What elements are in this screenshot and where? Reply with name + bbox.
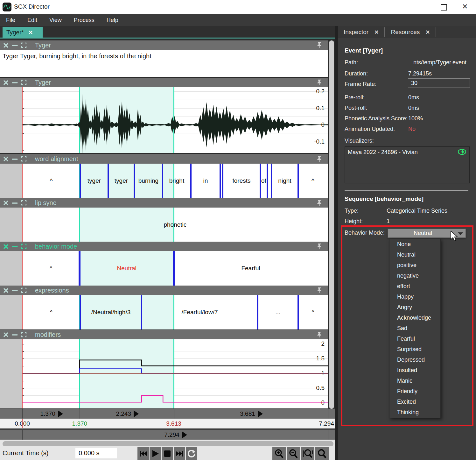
playhead-line[interactable] bbox=[22, 164, 23, 198]
dropdown-option-depressed[interactable]: Depressed bbox=[389, 355, 440, 365]
track-expand-icon[interactable] bbox=[21, 80, 27, 85]
dropdown-option-negative[interactable]: negative bbox=[389, 271, 440, 281]
horizontal-scrollbar[interactable] bbox=[3, 441, 333, 446]
track-close-icon[interactable] bbox=[3, 80, 9, 85]
visibility-eye-icon[interactable] bbox=[458, 149, 466, 156]
timeline-segment[interactable]: 7.294 bbox=[22, 430, 328, 440]
pin-icon[interactable] bbox=[317, 42, 322, 50]
dropdown-option-acknowledge[interactable]: Acknowledge bbox=[389, 313, 440, 323]
timeline-segment[interactable]: 1.370 bbox=[22, 409, 80, 419]
track-expand-icon[interactable] bbox=[21, 244, 27, 249]
dropdown-option-positive[interactable]: positive bbox=[389, 260, 440, 271]
dropdown-option-friendly[interactable]: Friendly bbox=[389, 386, 440, 397]
cell-boundary[interactable] bbox=[80, 164, 81, 198]
selection-region[interactable] bbox=[80, 208, 174, 242]
cell-boundary[interactable] bbox=[134, 164, 135, 198]
tab-inspector[interactable]: Inspector ✕ bbox=[338, 26, 384, 38]
track-collapse-icon[interactable] bbox=[12, 80, 18, 85]
selection-edge[interactable] bbox=[173, 295, 174, 329]
playhead-line[interactable] bbox=[22, 339, 23, 409]
play-button[interactable] bbox=[150, 447, 161, 460]
visualizer-list[interactable]: Maya 2022 - 24696 - Vivian bbox=[345, 146, 470, 183]
cell-boundary[interactable] bbox=[257, 295, 258, 329]
track-collapse-icon[interactable] bbox=[12, 244, 18, 249]
dropdown-option-sad[interactable]: Sad bbox=[389, 323, 440, 334]
track-expand-icon[interactable] bbox=[21, 42, 27, 48]
playhead-line[interactable] bbox=[22, 295, 23, 329]
menu-process[interactable]: Process bbox=[68, 14, 101, 26]
track-canvas-Tyger[interactable]: Tyger Tyger, burning bright, in the fore… bbox=[0, 50, 328, 77]
track-expand-icon[interactable] bbox=[21, 332, 27, 337]
menu-view[interactable]: View bbox=[43, 14, 68, 26]
track-collapse-icon[interactable] bbox=[12, 43, 18, 48]
track-canvas-word-alignment[interactable]: ^tygertygerburningbrightinforestsofnight… bbox=[0, 164, 328, 198]
track-close-icon[interactable] bbox=[3, 156, 9, 162]
zoom-selection-button[interactable] bbox=[301, 447, 314, 460]
track-collapse-icon[interactable] bbox=[12, 332, 18, 337]
playhead-line[interactable] bbox=[22, 208, 23, 242]
dropdown-option-fearful[interactable]: Fearful bbox=[389, 334, 440, 344]
dropdown-option-happy[interactable]: Happy bbox=[389, 292, 440, 302]
visualizer-item[interactable]: Maya 2022 - 24696 - Vivian bbox=[348, 149, 418, 156]
dropdown-option-excited[interactable]: Excited bbox=[389, 397, 440, 407]
dropdown-option-effort[interactable]: effort bbox=[389, 281, 440, 292]
playhead-tick[interactable] bbox=[22, 419, 23, 428]
close-icon[interactable]: ✕ bbox=[462, 3, 468, 11]
playhead-line[interactable] bbox=[22, 251, 23, 286]
tab-inspector-close-icon[interactable]: ✕ bbox=[374, 29, 379, 36]
skip-end-button[interactable] bbox=[174, 447, 185, 460]
cell-boundary[interactable] bbox=[267, 164, 268, 198]
segment-play-icon[interactable] bbox=[58, 410, 63, 417]
loop-button[interactable] bbox=[186, 447, 197, 460]
frame-rate-input[interactable]: 30 bbox=[408, 78, 470, 88]
vertical-scrollbar[interactable] bbox=[329, 40, 334, 409]
cell-boundary[interactable] bbox=[260, 164, 261, 198]
selection-edge[interactable] bbox=[79, 208, 80, 242]
pin-icon[interactable] bbox=[317, 287, 322, 295]
tab-tyger[interactable]: Tyger* ✕ bbox=[3, 27, 43, 38]
track-canvas-Tyger[interactable]: 0.20.10-0.1 bbox=[0, 87, 328, 153]
timeline-segment[interactable]: 2.243 bbox=[80, 409, 174, 419]
menu-file[interactable]: File bbox=[0, 14, 21, 26]
segment-play-icon[interactable] bbox=[182, 431, 187, 438]
pin-icon[interactable] bbox=[317, 79, 322, 87]
dropdown-option-surprised[interactable]: Surprised bbox=[389, 344, 440, 355]
tab-resources-close-icon[interactable]: ✕ bbox=[425, 29, 430, 36]
zoom-fit-button[interactable] bbox=[315, 447, 329, 460]
cell-boundary[interactable] bbox=[220, 164, 221, 198]
track-close-icon[interactable] bbox=[3, 244, 9, 249]
skip-start-button[interactable] bbox=[137, 447, 149, 460]
timeline-segment[interactable]: 3.681 bbox=[174, 409, 328, 419]
cell-boundary[interactable] bbox=[173, 251, 175, 286]
tab-resources[interactable]: Resources ✕ bbox=[385, 26, 436, 38]
track-expand-icon[interactable] bbox=[21, 287, 27, 293]
dropdown-option-manic[interactable]: Manic bbox=[389, 376, 440, 386]
pin-icon[interactable] bbox=[317, 200, 322, 207]
track-close-icon[interactable] bbox=[3, 43, 9, 48]
minimize-icon[interactable] bbox=[417, 7, 423, 7]
menu-help[interactable]: Help bbox=[101, 14, 124, 26]
tab-close-icon[interactable]: ✕ bbox=[28, 29, 33, 36]
track-close-icon[interactable] bbox=[3, 288, 9, 293]
track-collapse-icon[interactable] bbox=[12, 288, 18, 293]
zoom-out-button[interactable] bbox=[287, 447, 300, 460]
cell-boundary[interactable] bbox=[271, 164, 272, 198]
stop-button[interactable] bbox=[162, 447, 173, 460]
cell-boundary[interactable] bbox=[190, 164, 192, 198]
cell-boundary[interactable] bbox=[298, 295, 299, 329]
maximize-icon[interactable] bbox=[441, 4, 447, 11]
pin-icon[interactable] bbox=[317, 243, 322, 251]
dropdown-option-angry[interactable]: Angry bbox=[389, 302, 440, 313]
track-canvas-expressions[interactable]: ^/Neutral/high/3/Fearful/low/7...^ bbox=[0, 295, 328, 329]
pin-icon[interactable] bbox=[317, 331, 322, 339]
track-close-icon[interactable] bbox=[3, 200, 9, 206]
pin-icon[interactable] bbox=[317, 156, 322, 163]
cell-boundary[interactable] bbox=[108, 164, 109, 198]
segment-play-icon[interactable] bbox=[134, 410, 139, 417]
track-canvas-behavior-mode[interactable]: ^NeutralFearful bbox=[0, 251, 328, 286]
track-expand-icon[interactable] bbox=[21, 156, 27, 162]
playhead-line[interactable] bbox=[22, 87, 23, 153]
timeline-scale[interactable]: 0.0001.3703.6137.294 bbox=[0, 419, 335, 428]
track-canvas-modifiers[interactable]: 21.510.50 bbox=[0, 339, 328, 409]
track-collapse-icon[interactable] bbox=[12, 200, 18, 206]
